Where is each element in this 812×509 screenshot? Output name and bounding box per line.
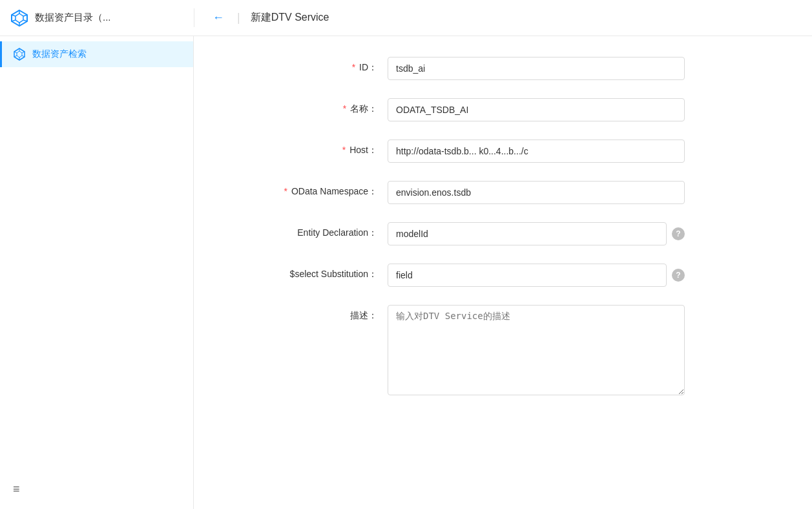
app-title: 数据资产目录（... [35,12,111,24]
control-wrap-odata-namespace [388,181,685,204]
required-mark-host: * [342,145,346,155]
input-select-substitution[interactable] [388,264,667,287]
input-id[interactable] [388,57,685,80]
control-wrap-name [388,98,685,121]
input-entity-declaration[interactable] [388,222,667,245]
main-layout: 数据资产检索 ≡ * ID： * 名称： [0,36,812,509]
content-area: * ID： * 名称： * Host： [194,36,812,509]
label-entity-declaration-text: Entity Declaration： [297,227,377,238]
form-row-host: * Host： [271,140,760,163]
label-odata-namespace: * OData Namespace： [271,181,388,198]
app-branding: 数据资产目录（... [0,9,194,27]
label-host-text: Host： [349,145,377,155]
form-row-description: 描述： [271,305,760,395]
form-row-name: * 名称： [271,98,760,121]
input-odata-namespace[interactable] [388,181,685,204]
data-asset-icon [13,48,26,61]
label-select-substitution-text: $select Substitution： [290,269,377,279]
label-id: * ID： [271,57,388,74]
required-mark-odata: * [284,186,287,196]
label-select-substitution: $select Substitution： [271,264,388,280]
control-wrap-id [388,57,685,80]
label-name-text: 名称： [350,103,377,114]
required-mark-name: * [343,103,346,114]
label-name: * 名称： [271,98,388,115]
back-button[interactable]: ← [210,8,227,27]
label-description-text: 描述： [350,310,377,320]
help-icon-select-substitution[interactable]: ? [672,269,685,282]
input-name[interactable] [388,98,685,121]
input-host[interactable] [388,140,685,163]
sidebar-menu: 数据资产检索 [0,36,193,67]
page-title: 新建DTV Service [251,11,329,25]
sidebar: 数据资产检索 ≡ [0,36,194,509]
input-description[interactable] [388,305,685,395]
label-id-text: ID： [359,62,377,72]
control-wrap-entity-declaration: ? [388,222,685,245]
header-divider: | [237,11,240,25]
sidebar-item-data-asset-search[interactable]: 数据资产检索 [0,41,193,67]
label-description: 描述： [271,305,388,322]
svg-marker-9 [17,51,22,57]
top-header: 数据资产目录（... ← | 新建DTV Service [0,0,812,36]
form-row-entity-declaration: Entity Declaration： ? [271,222,760,245]
form-row-select-substitution: $select Substitution： ? [271,264,760,287]
label-odata-namespace-text: OData Namespace： [291,186,377,196]
sidebar-item-label: 数据资产检索 [32,48,87,60]
control-wrap-description [388,305,685,395]
control-wrap-select-substitution: ? [388,264,685,287]
form-row-odata-namespace: * OData Namespace： [271,181,760,204]
help-icon-entity-declaration[interactable]: ? [672,227,685,240]
form-row-id: * ID： [271,57,760,80]
svg-marker-1 [16,14,23,23]
required-mark-id: * [352,62,355,72]
control-wrap-host [388,140,685,163]
menu-toggle-icon[interactable]: ≡ [13,483,20,495]
sidebar-bottom: ≡ [0,483,193,496]
label-host: * Host： [271,140,388,156]
label-entity-declaration: Entity Declaration： [271,222,388,239]
page-header: ← | 新建DTV Service [194,8,812,27]
app-icon [10,9,28,27]
